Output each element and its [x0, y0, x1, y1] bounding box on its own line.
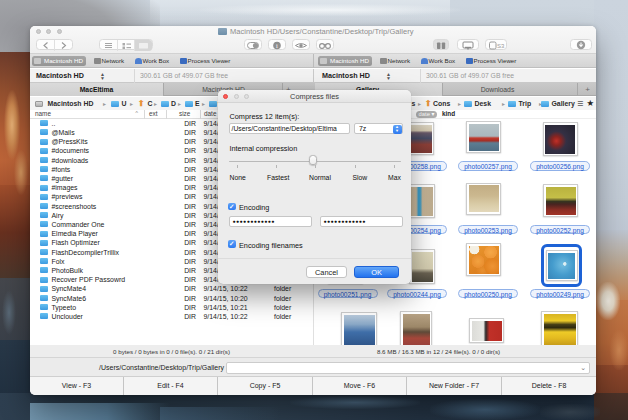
svg-text:i: i: [276, 42, 278, 49]
svg-text:S3: S3: [497, 43, 505, 49]
